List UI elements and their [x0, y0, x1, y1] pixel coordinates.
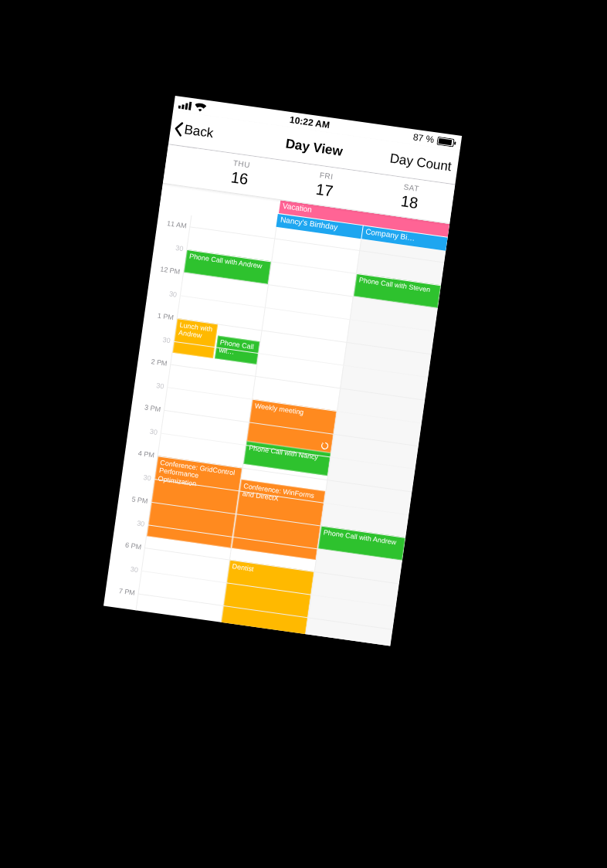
svg-rect-6 — [454, 141, 456, 144]
time-label: 30 — [162, 336, 171, 344]
time-label: 2 PM — [151, 358, 168, 368]
time-label: 30 — [137, 519, 145, 527]
event-phone-andrew[interactable]: Phone Call with Andrew — [184, 249, 271, 284]
time-label: 30 — [149, 428, 158, 436]
time-label: 30 — [168, 290, 177, 298]
phone-frame: 10:22 AM 87 % Back Day View Day Count TH… — [103, 96, 462, 646]
chevron-left-icon — [173, 120, 185, 137]
event-phone-call-short[interactable]: Phone Call wit… — [215, 336, 260, 364]
event-phone-steven[interactable]: Phone Call with Steven — [354, 273, 441, 308]
time-label: 7 PM — [118, 587, 135, 597]
status-left — [178, 100, 207, 112]
back-label: Back — [183, 122, 214, 141]
battery-percent: 87 % — [412, 131, 435, 145]
cellular-signal-icon — [178, 100, 192, 110]
time-label: 5 PM — [131, 495, 148, 505]
time-label: 11 AM — [167, 219, 188, 229]
time-label: 3 PM — [144, 403, 161, 413]
time-label: 1 PM — [157, 312, 174, 322]
event-dentist[interactable]: Dentist — [216, 560, 314, 646]
battery-icon — [436, 136, 456, 147]
event-conference-gridcontrol[interactable]: Conference: GridControl Performance Opti… — [147, 456, 242, 548]
svg-rect-2 — [185, 103, 188, 110]
event-conference-winforms[interactable]: Conference: WinForms and DirectX — [232, 480, 325, 560]
wifi-icon — [194, 102, 206, 112]
svg-rect-3 — [188, 101, 192, 110]
calendar-grid[interactable]: 11 AM 30 12 PM 30 1 PM 30 2 PM 30 3 PM 3… — [103, 210, 446, 646]
svg-rect-1 — [181, 104, 185, 109]
time-label: 6 PM — [125, 541, 142, 551]
time-label: 30 — [175, 244, 184, 253]
time-label: 4 PM — [137, 449, 154, 459]
time-label: 30 — [143, 473, 151, 482]
event-phone-andrew-2[interactable]: Phone Call with Andrew — [318, 526, 405, 561]
time-label: 30 — [130, 565, 138, 574]
recurring-icon — [320, 442, 329, 450]
time-label: 30 — [156, 381, 164, 390]
svg-rect-0 — [178, 105, 181, 108]
back-button[interactable]: Back — [170, 120, 215, 141]
event-title: Weekly meeting — [254, 402, 304, 416]
event-lunch-andrew[interactable]: Lunch with Andrew — [172, 318, 218, 358]
time-label: 12 PM — [160, 265, 181, 276]
svg-rect-5 — [439, 137, 453, 144]
day-count-button[interactable]: Day Count — [389, 151, 459, 175]
